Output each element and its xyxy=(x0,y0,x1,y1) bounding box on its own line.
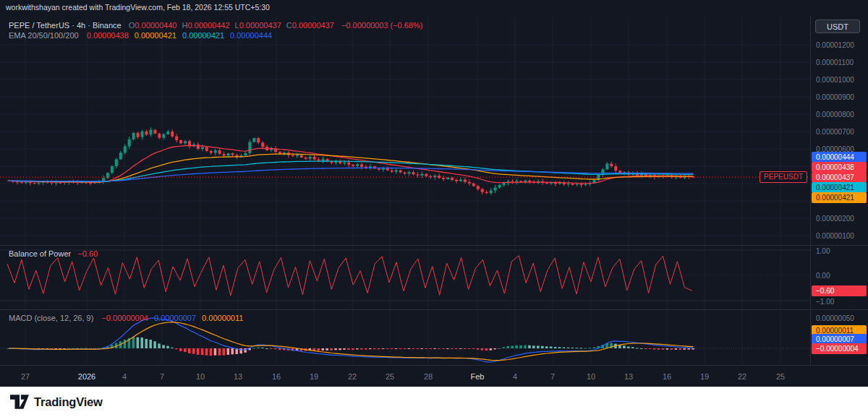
axis-label: 0.00000200 xyxy=(816,215,854,223)
axis-label: 0.00000800 xyxy=(816,111,854,119)
balance-of-power-pane[interactable] xyxy=(0,246,810,310)
ema-legend-label: EMA 20/50/100/200 xyxy=(9,31,79,40)
time-tick-label: 22 xyxy=(738,366,746,387)
macd-legend-label: MACD (close, 12, 26, 9) xyxy=(9,314,93,322)
bop-legend-label: Balance of Power xyxy=(9,249,71,258)
axis-label: 0.00001100 xyxy=(816,59,854,66)
macd-value: −0.00000004 xyxy=(101,314,148,322)
ohlc-value: 0.00000442 xyxy=(187,21,229,30)
time-tick-label: 27 xyxy=(21,366,30,387)
time-tick-label: 13 xyxy=(624,366,633,387)
signal-line xyxy=(9,322,693,361)
macd-value: 0.00000007 xyxy=(154,314,196,322)
ema-value: 0.00000444 xyxy=(230,31,272,40)
time-tick-label: 2026 xyxy=(78,366,95,387)
ema-lines xyxy=(9,145,693,183)
ohlc-label: C xyxy=(286,21,292,30)
ema-value: 0.00000421 xyxy=(182,31,224,40)
price-badge: 0.00000421 xyxy=(812,182,867,193)
time-tick-label: 10 xyxy=(196,366,205,387)
time-tick-label: 4 xyxy=(513,366,517,387)
time-tick-label: 28 xyxy=(424,366,433,387)
macd-legend-values: −0.000000040.000000070.00000011 xyxy=(95,314,243,322)
pane-separator[interactable] xyxy=(0,309,868,310)
symbol-title: PEPE / TetherUS · 4h · Binance xyxy=(9,21,122,30)
macd-value: 0.00000011 xyxy=(202,314,243,322)
tradingview-snapshot: workwithshayan created with TradingView.… xyxy=(0,0,868,417)
currency-button[interactable]: USDT xyxy=(815,20,860,33)
macd-line xyxy=(9,318,693,362)
ohlc-value: 0.00000437 xyxy=(239,21,281,30)
time-axis[interactable]: 2720264710131619222528Feb47101316192225 xyxy=(0,365,868,387)
time-tick-label: 7 xyxy=(160,366,164,387)
time-tick-label: 25 xyxy=(776,366,785,387)
ohlc-values: O0.00000440H0.00000442L0.00000437C0.0000… xyxy=(124,21,334,30)
axis-label: 0.00000100 xyxy=(816,232,854,240)
price-axis[interactable]: 0.000012000.000011000.000010000.00000900… xyxy=(811,16,868,365)
price-badge: −0.60 xyxy=(812,285,867,296)
time-tick-label: Feb xyxy=(471,366,485,387)
main-chart-pane[interactable] xyxy=(0,16,810,246)
bop-legend[interactable]: Balance of Power −0.60 xyxy=(9,249,98,259)
ema-value: 0.00000438 xyxy=(87,31,129,40)
bop-legend-value: −0.60 xyxy=(77,249,98,258)
symbol-legend[interactable]: PEPE / TetherUS · 4h · Binance O0.000004… xyxy=(9,21,422,30)
tradingview-logo-link[interactable]: TradingView xyxy=(10,395,103,409)
attribution-bar: workwithshayan created with TradingView.… xyxy=(6,3,270,12)
ema-value: 0.00000421 xyxy=(135,31,176,40)
axis-label: 0.00000900 xyxy=(816,93,854,101)
axis-label: 0.00 xyxy=(816,272,830,280)
axis-label: 1.00 xyxy=(816,247,830,255)
ema-20-line xyxy=(9,145,693,183)
axis-label: −1.00 xyxy=(816,298,834,306)
price-badge: 0.00000444 xyxy=(812,152,867,163)
ohlc-value: 0.00000437 xyxy=(292,21,334,30)
axis-label: 0.00000700 xyxy=(816,128,854,136)
time-tick-label: 13 xyxy=(234,366,242,387)
time-tick-label: 16 xyxy=(272,366,281,387)
tradingview-wordmark: TradingView xyxy=(34,395,103,409)
time-tick-label: 10 xyxy=(587,366,595,387)
macd-lines xyxy=(9,318,693,362)
symbol-price-label: PEPEUSDT xyxy=(760,171,807,183)
time-tick-label: 16 xyxy=(663,366,671,387)
ohlc-value: 0.00000440 xyxy=(135,21,176,30)
pane-separator[interactable] xyxy=(0,245,868,246)
axis-label: 0.00001000 xyxy=(816,76,854,84)
time-tick-label: 22 xyxy=(348,366,357,387)
time-tick-label: 25 xyxy=(386,366,394,387)
time-tick-label: 19 xyxy=(310,366,318,387)
ema-legend[interactable]: EMA 20/50/100/200 0.000004380.000004210.… xyxy=(9,31,272,40)
time-tick-label: 7 xyxy=(550,366,555,387)
price-change: −0.00000003 (−0.68%) xyxy=(341,21,423,30)
bop-grid xyxy=(0,246,810,310)
price-badge: 0.00000437 xyxy=(812,172,867,183)
time-tick-label: 4 xyxy=(122,366,127,387)
price-badge: 0.00000438 xyxy=(812,162,867,173)
price-badge: 0.00000421 xyxy=(812,192,867,203)
tradingview-logo-icon xyxy=(10,395,29,409)
time-tick-label: 19 xyxy=(700,366,709,387)
ema-legend-values: 0.000004380.000004210.000004210.00000444 xyxy=(81,31,273,40)
axis-label: 0.00000050 xyxy=(816,314,854,322)
price-badge: −0.00000004 xyxy=(812,343,867,354)
macd-legend[interactable]: MACD (close, 12, 26, 9) −0.000000040.000… xyxy=(9,314,243,323)
footer: TradingView xyxy=(0,387,868,417)
main-grid xyxy=(0,16,810,246)
axis-label: 0.00001200 xyxy=(816,41,854,49)
